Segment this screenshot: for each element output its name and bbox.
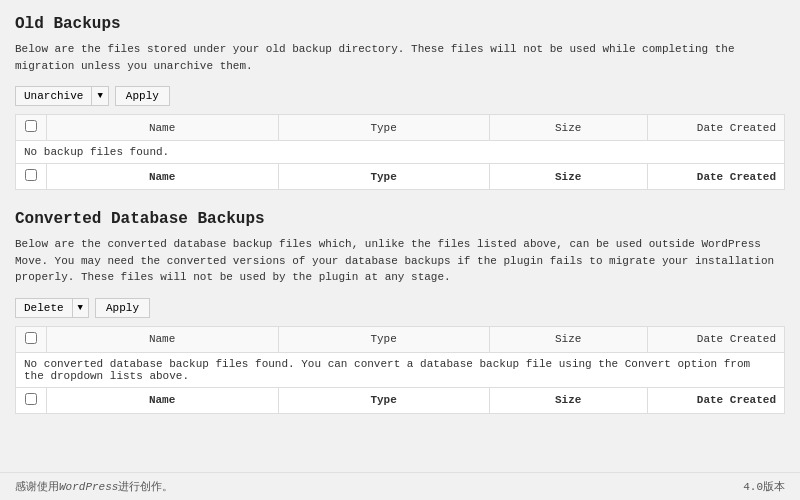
old-backups-action-bar: Unarchive ▼ Apply [15, 86, 785, 106]
converted-backups-header-date: Date Created [647, 326, 784, 352]
converted-backups-header-type: Type [278, 326, 489, 352]
old-backups-header-date: Date Created [647, 115, 784, 141]
converted-backups-apply-button[interactable]: Apply [95, 298, 150, 318]
converted-backups-dropdown-group: Delete ▼ [15, 298, 89, 318]
converted-backups-footer-row: Name Type Size Date Created [16, 387, 785, 413]
old-backups-footer-checkbox [16, 164, 47, 190]
converted-backups-header-checkbox [16, 326, 47, 352]
old-backups-footer-size: Size [489, 164, 647, 190]
footer-right-text: 进行创作。 [118, 481, 173, 493]
converted-backups-table: Name Type Size Date Created No converted… [15, 326, 785, 414]
converted-backups-header-row: Name Type Size Date Created [16, 326, 785, 352]
converted-backups-section: Converted Database Backups Below are the… [15, 210, 785, 414]
converted-backups-action-bar: Delete ▼ Apply [15, 298, 785, 318]
main-container: Old Backups Below are the files stored u… [0, 0, 800, 500]
old-backups-footer-name: Name [46, 164, 278, 190]
old-backups-header-row: Name Type Size Date Created [16, 115, 785, 141]
converted-backups-footer-checkbox [16, 387, 47, 413]
old-backups-select-all-checkbox[interactable] [25, 120, 37, 132]
converted-backups-header-size: Size [489, 326, 647, 352]
footer-wordpress-link[interactable]: WordPress [59, 481, 118, 493]
converted-backups-footer-date: Date Created [647, 387, 784, 413]
converted-backups-footer-select-checkbox[interactable] [25, 393, 37, 405]
old-backups-empty-message: No backup files found. [16, 141, 785, 164]
converted-backups-title: Converted Database Backups [15, 210, 785, 228]
converted-backups-footer-name: Name [46, 387, 278, 413]
footer: 感谢使用WordPress进行创作。 4.0版本 [0, 472, 800, 500]
footer-version: 4.0版本 [743, 479, 785, 494]
old-backups-apply-button[interactable]: Apply [115, 86, 170, 106]
footer-wordpress-anchor[interactable]: WordPress [59, 481, 118, 493]
old-backups-action-button[interactable]: Unarchive [15, 86, 91, 106]
old-backups-title: Old Backups [15, 15, 785, 33]
old-backups-footer-row: Name Type Size Date Created [16, 164, 785, 190]
converted-backups-empty-message: No converted database backup files found… [16, 352, 785, 387]
old-backups-header-type: Type [278, 115, 489, 141]
converted-backups-select-all-checkbox[interactable] [25, 332, 37, 344]
old-backups-table: Name Type Size Date Created No backup fi… [15, 114, 785, 190]
footer-left-text: 感谢使用 [15, 481, 59, 493]
converted-backups-action-button[interactable]: Delete [15, 298, 72, 318]
old-backups-header-size: Size [489, 115, 647, 141]
old-backups-footer-date: Date Created [647, 164, 784, 190]
converted-backups-description: Below are the converted database backup … [15, 236, 785, 286]
old-backups-footer-type: Type [278, 164, 489, 190]
old-backups-header-checkbox [16, 115, 47, 141]
old-backups-section: Old Backups Below are the files stored u… [15, 15, 785, 190]
converted-backups-footer-size: Size [489, 387, 647, 413]
old-backups-empty-row: No backup files found. [16, 141, 785, 164]
old-backups-dropdown-arrow[interactable]: ▼ [91, 86, 108, 106]
converted-backups-dropdown-arrow[interactable]: ▼ [72, 298, 89, 318]
old-backups-dropdown-group: Unarchive ▼ [15, 86, 109, 106]
converted-backups-empty-row: No converted database backup files found… [16, 352, 785, 387]
old-backups-description: Below are the files stored under your ol… [15, 41, 785, 74]
converted-backups-footer-type: Type [278, 387, 489, 413]
old-backups-footer-select-checkbox[interactable] [25, 169, 37, 181]
converted-backups-header-name: Name [46, 326, 278, 352]
footer-left: 感谢使用WordPress进行创作。 [15, 479, 173, 494]
old-backups-header-name: Name [46, 115, 278, 141]
